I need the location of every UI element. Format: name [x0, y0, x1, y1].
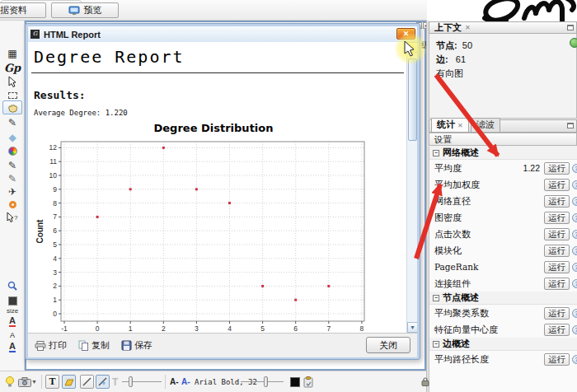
scrollbar-thumb[interactable] — [408, 58, 417, 141]
refresh-status-icon[interactable] — [570, 38, 577, 48]
info-icon[interactable]: ? — [572, 197, 577, 206]
painter-tool[interactable] — [2, 144, 22, 158]
label-size-slider-thumb[interactable] — [129, 376, 133, 387]
graph-tab-icon[interactable]: ▦ — [2, 46, 22, 60]
edge-diagonal-color-icon — [98, 377, 107, 386]
svg-text:6: 6 — [293, 324, 298, 333]
lightbulb-icon[interactable] — [5, 375, 15, 389]
info-icon[interactable]: ? — [572, 180, 577, 189]
svg-text:4: 4 — [228, 324, 232, 333]
stat-row: 模块化运行? — [429, 242, 577, 259]
close-tab-icon[interactable]: ✕ — [465, 24, 471, 31]
info-icon[interactable]: ? — [572, 246, 577, 255]
info-icon[interactable]: ? — [572, 309, 577, 318]
run-button[interactable]: 运行 — [544, 228, 570, 240]
info-icon[interactable]: ? — [572, 164, 577, 173]
stats-section-header[interactable]: −网络概述 — [429, 147, 577, 160]
close-dialog-button[interactable]: 关闭 — [366, 337, 410, 353]
font-scale-slider[interactable] — [241, 381, 284, 382]
top-toolbar: 数据资料 预览 — [0, 0, 427, 21]
svg-text:8: 8 — [360, 324, 364, 333]
run-button[interactable]: 运行 — [544, 353, 570, 366]
font-larger-button[interactable]: A- — [181, 375, 190, 389]
float-window-icon[interactable] — [567, 25, 574, 30]
info-icon[interactable]: ? — [572, 355, 577, 364]
edges-count-line: 边: 61 — [436, 53, 576, 67]
svg-text:2: 2 — [162, 324, 166, 333]
edge-labels-button[interactable] — [80, 375, 94, 389]
run-button[interactable]: 运行 — [544, 212, 570, 224]
text-color-tool[interactable]: A — [2, 315, 22, 329]
lock-icon[interactable] — [421, 377, 429, 388]
screenshot-button[interactable]: ▼ — [18, 375, 37, 389]
scroll-down-icon[interactable]: ▼ — [407, 322, 417, 333]
stats-section-header[interactable]: −边概述 — [429, 338, 577, 351]
run-button[interactable]: 运行 — [544, 307, 570, 320]
run-button[interactable]: 运行 — [544, 261, 570, 273]
run-button[interactable]: 运行 — [544, 195, 570, 208]
run-button[interactable]: 运行 — [544, 278, 570, 290]
print-button[interactable]: 打印 — [35, 339, 67, 352]
float-window-icon[interactable] — [567, 123, 574, 128]
font-tool[interactable]: A — [2, 340, 22, 354]
scroll-up-icon[interactable]: ▲ — [407, 42, 417, 53]
pencil-tool[interactable]: ✎ — [2, 158, 22, 172]
collapse-icon[interactable]: − — [433, 150, 439, 156]
svg-text:11: 11 — [49, 157, 57, 166]
run-button[interactable]: 运行 — [544, 324, 570, 336]
gephi-logo[interactable]: Gp — [2, 61, 22, 75]
font-color-swatch[interactable] — [290, 375, 300, 389]
data-laboratory-button[interactable]: 数据资料 — [0, 2, 46, 18]
close-button[interactable]: ✕ — [396, 28, 415, 40]
zoom-tool[interactable] — [2, 278, 22, 292]
stat-label: 网络直径 — [434, 195, 544, 208]
edge-label-attributes-button[interactable] — [96, 375, 110, 389]
stats-section-header[interactable]: −节点概述 — [429, 292, 577, 305]
collapse-icon[interactable]: − — [433, 295, 439, 301]
heatmap-tool[interactable] — [2, 198, 22, 212]
brush-tool[interactable]: ✎ — [2, 115, 22, 129]
dialog-bottombar: 打印 复制 保存 关闭 — [28, 333, 417, 357]
dialog-titlebar[interactable]: G HTML Report ✕ — [28, 26, 417, 42]
stat-label: 平均聚类系数 — [434, 307, 544, 320]
tab-filters[interactable]: 滤波 — [471, 118, 500, 132]
settings-button[interactable]: 设置 — [429, 133, 577, 146]
copy-button[interactable]: 复制 — [78, 339, 110, 352]
stat-row: 平均聚类系数运行? — [429, 305, 577, 321]
collapse-icon[interactable]: − — [433, 341, 439, 348]
info-icon[interactable]: ? — [572, 279, 577, 288]
direct-selection-tool[interactable] — [2, 75, 22, 89]
save-button[interactable]: 保存 — [121, 339, 152, 352]
label-attributes-button[interactable] — [62, 375, 76, 389]
tab-statistics[interactable]: 统计 ✕ — [431, 118, 469, 132]
info-icon[interactable]: ? — [572, 213, 577, 222]
stat-row: 网络直径运行? — [429, 193, 577, 209]
nodes-count-line: 节点: 50 — [436, 39, 576, 53]
edge-pencil-tool[interactable]: ✎ — [2, 171, 22, 185]
sizer-tool[interactable]: ◆ — [2, 130, 22, 144]
drag-tool[interactable] — [2, 100, 22, 114]
close-tab-icon[interactable]: ✕ — [457, 122, 463, 129]
average-degree-line: Average Degree: 1.220 — [34, 109, 128, 117]
edit-tool[interactable]: ? — [2, 211, 22, 225]
dialog-scrollbar[interactable]: ▲ ▼ — [406, 42, 417, 333]
run-button[interactable]: 运行 — [544, 162, 570, 175]
attributes-settings-icon[interactable] — [303, 375, 314, 389]
run-button[interactable]: 运行 — [544, 245, 570, 257]
run-button[interactable]: 运行 — [544, 179, 570, 191]
svg-text:5: 5 — [260, 324, 265, 333]
label-size-slider[interactable] — [122, 381, 162, 382]
info-icon[interactable]: ? — [572, 230, 577, 239]
edge-diagonal-icon — [82, 377, 91, 386]
info-icon[interactable]: ? — [572, 263, 577, 272]
context-panel-header[interactable]: 上下文 ✕ — [429, 21, 577, 34]
shortest-path-tool[interactable]: ✈ — [2, 184, 22, 198]
gephi-script-logo — [427, 0, 577, 21]
font-scale-slider-thumb[interactable] — [264, 376, 268, 387]
font-smaller-button[interactable]: A- — [170, 375, 179, 389]
stat-label: 平均路径长度 — [434, 353, 544, 366]
info-icon[interactable]: ? — [572, 325, 577, 334]
preview-button[interactable]: 预览 — [51, 2, 119, 18]
node-labels-button[interactable]: T — [45, 375, 59, 389]
right-sidebar: 上下文 ✕ 节点: 50 边: 61 有向图 统计 ✕ 滤波 设置 −网络概述平… — [429, 21, 577, 392]
